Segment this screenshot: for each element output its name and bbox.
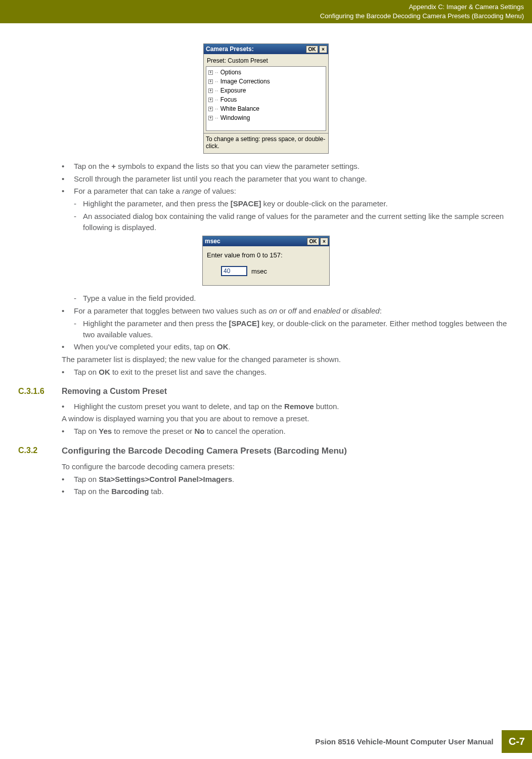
- sub-item: -An associated dialog box containing the…: [74, 211, 523, 233]
- bullet-item: •For a parameter that can take a range o…: [62, 186, 523, 197]
- close-button[interactable]: ×: [320, 238, 328, 245]
- dialog-hint: To change a setting: press space, or dou…: [204, 133, 328, 153]
- paragraph: A window is displayed warning you that y…: [62, 413, 523, 424]
- unit-label: msec: [251, 267, 267, 275]
- close-button[interactable]: ×: [319, 46, 327, 53]
- bullet-item: •Tap on the + symbols to expand the list…: [62, 161, 523, 172]
- header-line1: Appendix C: Imager & Camera Settings: [409, 3, 524, 12]
- bullet-item: •Tap on Yes to remove the preset or No t…: [62, 426, 523, 437]
- sub-item: -Highlight the parameter, and then press…: [74, 198, 523, 209]
- expand-icon[interactable]: +: [208, 70, 213, 75]
- sub-item: -Type a value in the field provided.: [74, 293, 523, 304]
- ok-button[interactable]: OK: [307, 238, 319, 245]
- bullet-item: •Tap on the Barcoding tab.: [62, 486, 523, 497]
- value-input[interactable]: [221, 266, 247, 276]
- tree-item[interactable]: +··White Balance: [208, 104, 324, 113]
- page-header: Appendix C: Imager & Camera Settings Con…: [0, 0, 532, 23]
- expand-icon[interactable]: +: [208, 88, 213, 93]
- expand-icon[interactable]: +: [208, 116, 213, 120]
- bullet-item: •When you've completed your edits, tap o…: [62, 341, 523, 352]
- dialog-titlebar: msec OK ×: [203, 236, 329, 246]
- sub-item: -Highlight the parameter and then press …: [74, 318, 523, 340]
- bullet-item: •Tap on OK to exit to the preset list an…: [62, 367, 523, 378]
- header-line2: Configuring the Barcode Decoding Camera …: [320, 12, 524, 21]
- page-footer: Psion 8516 Vehicle-Mount Computer User M…: [307, 730, 532, 753]
- section-heading: C.3.2 Configuring the Barcode Decoding C…: [9, 446, 523, 456]
- dialog-title: Camera Presets:: [206, 46, 305, 53]
- bullet-item: •Tap on Sta>Settings>Control Panel>Image…: [62, 474, 523, 485]
- tree-item[interactable]: +··Image Corrections: [208, 77, 324, 86]
- tree-item[interactable]: +··Focus: [208, 95, 324, 104]
- tree-item[interactable]: +··Options: [208, 68, 324, 77]
- footer-text: Psion 8516 Vehicle-Mount Computer User M…: [307, 730, 502, 753]
- dialog-title: msec: [205, 238, 306, 245]
- expand-icon[interactable]: +: [208, 98, 213, 102]
- dialog-prompt: Enter value from 0 to 157:: [207, 251, 325, 259]
- tree-item[interactable]: +··Windowing: [208, 113, 324, 122]
- preset-label: Preset: Custom Preset: [206, 56, 326, 66]
- bullet-item: •Highlight the custom preset you want to…: [62, 401, 523, 412]
- page-content: Camera Presets: OK × Preset: Custom Pres…: [0, 23, 532, 497]
- expand-icon[interactable]: +: [208, 107, 213, 111]
- dialog-titlebar: Camera Presets: OK ×: [204, 44, 328, 54]
- expand-icon[interactable]: +: [208, 79, 213, 84]
- ok-button[interactable]: OK: [306, 46, 318, 53]
- camera-presets-dialog: Camera Presets: OK × Preset: Custom Pres…: [203, 43, 329, 154]
- msec-dialog: msec OK × Enter value from 0 to 157: mse…: [202, 236, 330, 286]
- paragraph: To configure the barcode decoding camera…: [62, 461, 523, 472]
- tree-view[interactable]: +··Options +··Image Corrections +··Expos…: [206, 66, 326, 131]
- bullet-item: •Scroll through the parameter list until…: [62, 173, 523, 185]
- bullet-item: •For a parameter that toggles between tw…: [62, 305, 523, 317]
- tree-item[interactable]: +··Exposure: [208, 86, 324, 95]
- section-heading: C.3.1.6 Removing a Custom Preset: [9, 387, 523, 396]
- paragraph: The parameter list is displayed; the new…: [62, 354, 523, 365]
- page-number: C-7: [502, 730, 532, 753]
